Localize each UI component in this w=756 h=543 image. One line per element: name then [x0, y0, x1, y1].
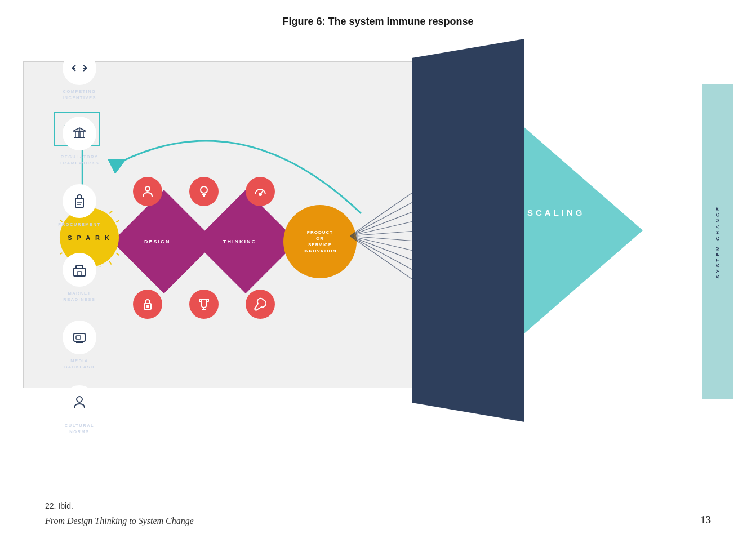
svg-rect-50 [74, 333, 85, 341]
col-media: MEDIABACKLASH [23, 321, 136, 371]
procurement-icon [71, 193, 88, 210]
system-change-label: SYSTEM CHANGE [715, 205, 721, 279]
col-procurement: PROCUREMENT [23, 184, 136, 228]
cultural-icon [71, 394, 88, 411]
diagram-container: SQUAREONE [23, 39, 733, 422]
page-title: Figure 6: The system immune response [0, 0, 756, 39]
teal-triangle [513, 118, 643, 343]
scaling-label: SCALING [527, 208, 585, 217]
competing-icon-bg [63, 51, 96, 85]
competing-icon [71, 60, 88, 77]
innovation-label: PRODUCTORSERVICEINNOVATION [303, 229, 336, 255]
thinking-label: THINKING [223, 239, 257, 244]
lock-icon [140, 297, 155, 311]
wrench-icon [253, 297, 268, 311]
svg-rect-49 [78, 272, 81, 276]
col-cultural: CULTURALNORMS [23, 385, 136, 435]
regulatory-icon-bg [63, 117, 96, 150]
procurement-label: PROCUREMENT [58, 221, 100, 228]
footer: 22. Ibid. From Design Thinking to System… [0, 501, 756, 526]
wrench-icon-circle [246, 290, 275, 319]
cultural-label: CULTURALNORMS [65, 422, 94, 435]
footer-title: From Design Thinking to System Change [45, 516, 711, 526]
footnote: 22. Ibid. [45, 501, 711, 510]
media-icon [71, 329, 88, 346]
svg-rect-45 [75, 198, 83, 207]
media-label: MEDIABACKLASH [64, 358, 95, 371]
svg-rect-42 [75, 132, 79, 137]
market-icon-bg [63, 253, 96, 287]
page-number: 13 [701, 514, 711, 526]
svg-point-26 [146, 305, 149, 308]
market-icon [71, 261, 88, 278]
col-regulatory: REGULATORYFRAMEWORKS [23, 117, 136, 167]
trophy-icon [197, 297, 211, 311]
svg-rect-48 [74, 268, 85, 276]
col-competing: COMPETINGINCENTIVES [23, 51, 136, 101]
design-label: DESIGN [144, 239, 171, 244]
svg-rect-43 [80, 132, 83, 137]
regulatory-label: REGULATORYFRAMEWORKS [60, 154, 99, 167]
lock-icon-circle [133, 290, 162, 319]
navy-column [412, 39, 524, 422]
svg-rect-53 [76, 336, 81, 339]
system-change-bar: SYSTEM CHANGE [702, 84, 733, 399]
procurement-icon-bg [63, 184, 96, 218]
trophy-icon-circle [189, 290, 219, 319]
regulatory-icon [71, 125, 88, 142]
cultural-icon-bg [63, 385, 96, 419]
svg-point-54 [77, 397, 82, 402]
col-market: MARKETREADINESS [23, 253, 136, 303]
spark-label: S P A R K [68, 234, 111, 241]
competing-label: COMPETINGINCENTIVES [63, 88, 96, 101]
market-label: MARKETREADINESS [63, 290, 95, 303]
media-icon-bg [63, 321, 96, 354]
